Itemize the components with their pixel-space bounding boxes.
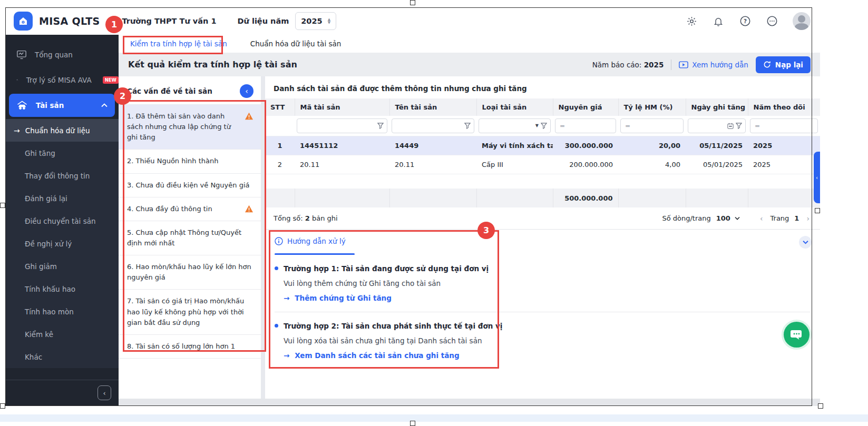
case-link-label: Xem Danh sách các tài sản chưa ghi tăng (295, 351, 459, 360)
issue-item-7[interactable]: 7. Tài sản có giá trị Hao mòn/khấu hao l… (119, 289, 261, 334)
case-heading: Trường hợp 1: Tài sản đang được sử dụng … (284, 264, 489, 273)
issue-item-2[interactable]: 2. Thiếu Nguồn hình thành (119, 149, 261, 173)
filter-nguyen-gia[interactable]: = (555, 118, 616, 133)
filter-nam-theo-doi[interactable]: = (750, 118, 818, 133)
year-spinner[interactable]: ▲ ▼ (328, 18, 330, 24)
issues-collapse-button[interactable]: ‹ (240, 84, 253, 98)
selection-handle-left[interactable] (0, 203, 5, 208)
sidebar-subitem-tinh-khau-hao[interactable]: Tính khấu hao (5, 278, 119, 300)
equals-icon: = (754, 122, 760, 130)
data-year-select[interactable]: 2025 ▲ ▼ (295, 12, 336, 30)
selection-handle-bottom-left[interactable] (0, 403, 5, 409)
table-row[interactable]: 1 14451112 14449 Máy vi tính xách tay ..… (265, 136, 820, 155)
divider (275, 312, 811, 312)
sidebar-item-tong-quan[interactable]: Tổng quan (5, 42, 119, 67)
table-cell: 2025 (748, 136, 820, 155)
sidebar-item-label: Tài sản (36, 101, 64, 110)
sidebar-item-misa-ava[interactable]: Trợ lý số MISA AVA NEW (5, 67, 119, 93)
total-label: Tổng số: (274, 214, 303, 222)
sidebar-subitem-ghi-giam[interactable]: Ghi giảm (5, 255, 119, 278)
total-count: 2 (305, 214, 310, 222)
calendar-icon[interactable] (727, 123, 734, 129)
sidebar-subitem-khac[interactable]: Khác (5, 345, 119, 368)
rows-per-page-select[interactable]: 100 (716, 214, 740, 222)
tab-chuan-hoa-du-lieu[interactable]: Chuẩn hóa dữ liệu tài sản (250, 39, 342, 53)
filter-icon[interactable] (541, 123, 547, 129)
reload-button[interactable]: Nạp lại (756, 56, 811, 73)
table-row[interactable]: 2 20.11 20.11 Cấp III 200.000.000 4,00 0… (265, 155, 820, 174)
col-ngay-ghi-tang[interactable]: Ngày ghi tăng (686, 98, 748, 116)
filter-ma-tai-san[interactable] (297, 118, 387, 133)
dropdown-caret-icon[interactable]: ▼ (535, 123, 539, 128)
app-window: MISA QLTS Trường THPT Tư vấn 1 Dữ liệu n… (5, 7, 820, 406)
filter-ngay-ghi-tang[interactable] (688, 118, 746, 133)
prev-page-button[interactable]: ‹ (758, 214, 765, 223)
issue-item-3[interactable]: 3. Chưa đủ điều kiện về Nguyên giá (119, 173, 261, 197)
spinner-down-icon[interactable]: ▼ (328, 21, 330, 24)
add-ghi-tang-link[interactable]: → Thêm chứng từ Ghi tăng (284, 294, 811, 302)
filter-ten-tai-san[interactable] (392, 118, 474, 133)
issue-item-5[interactable]: 5. Chưa cập nhật Thông tư/Quyết định mới… (119, 221, 261, 255)
filter-icon[interactable] (377, 123, 384, 129)
organization-name[interactable]: Trường THPT Tư vấn 1 (122, 17, 216, 25)
view-guide-link[interactable]: Xem hướng dẫn (679, 61, 748, 69)
sidebar-collapse-button[interactable]: ‹ (97, 385, 111, 400)
misa-logo-icon[interactable] (14, 12, 33, 31)
col-ten-tai-san[interactable]: Tên tài sản (389, 98, 476, 116)
col-stt[interactable]: STT (265, 98, 295, 116)
annotation-badge-2: 2 (114, 87, 131, 105)
page-toolbar: Kết quả kiểm tra tính hợp lệ tài sản Năm… (119, 53, 820, 76)
selection-handle-right[interactable] (815, 208, 820, 213)
guide-collapse-button[interactable] (799, 236, 812, 249)
chevron-down-icon (803, 240, 808, 244)
sidebar-subitem-kiem-ke[interactable]: Kiểm kê (5, 323, 119, 345)
asset-list-title: Danh sách tài sản đã được thêm thông tin… (265, 76, 820, 98)
sidebar-item-tai-san[interactable]: Tài sản (9, 94, 115, 117)
issue-item-4[interactable]: 4. Chưa đầy đủ thông tin (119, 197, 261, 221)
col-ty-le-hm[interactable]: Tỷ lệ HM (%) (618, 98, 686, 116)
next-page-button[interactable]: › (804, 214, 812, 223)
sidebar-subitem-chuan-hoa-du-lieu[interactable]: → Chuẩn hóa dữ liệu (5, 119, 119, 142)
case-heading: Trường hợp 2: Tài sản chưa phát sinh thự… (284, 322, 502, 330)
filter-ty-le-hm[interactable]: = (620, 118, 684, 133)
issue-text: 6. Hao mòn/khấu hao lũy kế lớn hơn nguyê… (127, 262, 253, 283)
selection-handle-bottom-right[interactable] (818, 403, 823, 409)
guide-tab[interactable]: Hướng dẫn xử lý (275, 237, 346, 245)
filter-icon[interactable] (736, 123, 742, 129)
sidebar-subitem-danh-gia-lai[interactable]: Đánh giá lại (5, 187, 119, 210)
filter-loai-tai-san[interactable]: ▼ (479, 118, 551, 133)
issue-item-8[interactable]: 8. Tài sản có số lượng lớn hơn 1 (119, 334, 261, 359)
sidebar-subitem-tinh-hao-mon[interactable]: Tính hao mòn (5, 300, 119, 323)
col-loai-tai-san[interactable]: Loại tài sản (476, 98, 553, 116)
tab-kiem-tra-tinh-hop-le[interactable]: Kiểm tra tính hợp lệ tài sản (130, 39, 227, 53)
notifications-bell-icon[interactable] (712, 15, 725, 27)
rows-per-page-label: Số dòng/trang (662, 214, 710, 222)
col-nguyen-gia[interactable]: Nguyên giá (553, 98, 618, 116)
svg-text:?: ? (744, 18, 747, 24)
side-panel-expand-handle[interactable]: ‹ (814, 152, 820, 203)
equals-icon: = (559, 122, 565, 130)
issue-item-1[interactable]: 1. Đã thêm tài sản vào danh sách nhưng c… (119, 104, 261, 149)
filter-icon[interactable] (464, 123, 471, 129)
col-ma-tai-san[interactable]: Mã tài sản (295, 98, 389, 116)
settings-gear-icon[interactable] (685, 15, 698, 27)
view-asset-list-link[interactable]: → Xem Danh sách các tài sản chưa ghi tăn… (284, 351, 811, 360)
table-cell: 200.000.000 (553, 155, 618, 174)
more-options-icon[interactable] (766, 15, 778, 27)
sidebar-subitem-thay-doi-thong-tin[interactable]: Thay đổi thông tin (5, 164, 119, 187)
selection-handle-top[interactable] (410, 0, 415, 5)
sidebar-subitem-ghi-tang[interactable]: Ghi tăng (5, 142, 119, 164)
help-icon[interactable]: ? (739, 15, 752, 27)
chat-support-button[interactable] (784, 322, 810, 348)
col-nam-theo-doi[interactable]: Năm theo dõi (748, 98, 820, 116)
sidebar-subitem-de-nghi-xu-ly[interactable]: Đề nghị xử lý (5, 232, 119, 255)
chevron-up-icon (101, 103, 108, 107)
issue-item-6[interactable]: 6. Hao mòn/khấu hao lũy kế lớn hơn nguyê… (119, 255, 261, 289)
selection-handle-bottom[interactable] (410, 421, 415, 426)
user-avatar[interactable] (793, 12, 811, 30)
warning-icon (245, 205, 253, 213)
issue-text: 2. Thiếu Nguồn hình thành (127, 156, 253, 166)
tab-bar: Kiểm tra tính hợp lệ tài sản Chuẩn hóa d… (119, 35, 820, 53)
sidebar-subitem-dieu-chuyen-tai-san[interactable]: Điều chuyển tài sản (5, 210, 119, 232)
subitem-label: Thay đổi thông tin (25, 172, 90, 180)
